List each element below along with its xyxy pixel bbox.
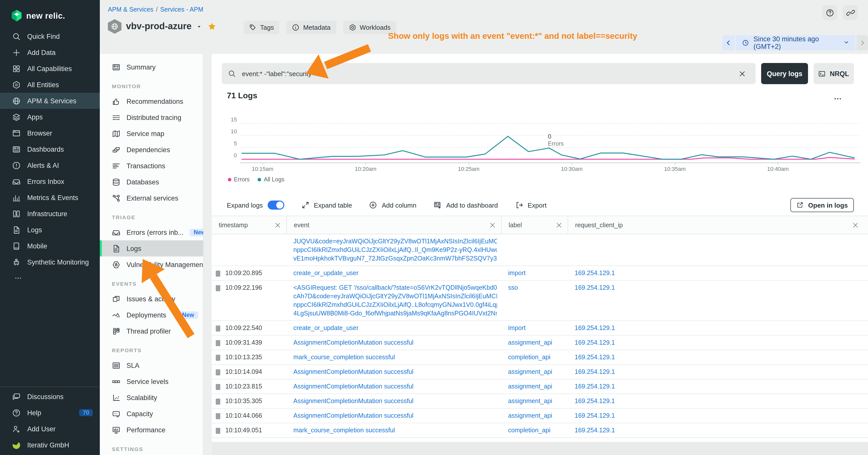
query-bar[interactable] [222, 63, 756, 84]
entity-nav-item-sla[interactable]: SLA [100, 357, 203, 373]
add-to-dashboard-button[interactable]: Add to dashboard [434, 201, 498, 209]
time-forward-button[interactable] [857, 35, 868, 51]
entity-nav-item-issues-activity[interactable]: Issues & activity [100, 291, 203, 307]
ip-link[interactable]: 169.254.129.1 [575, 269, 615, 277]
entity-nav-item-databases[interactable]: Databases [100, 174, 203, 190]
event-link[interactable]: JUQVU&code=eyJraWQiOiJjcGltY29yZV8wOTl1M… [293, 237, 497, 246]
row-handle-icon[interactable] [216, 369, 220, 375]
row-handle-icon[interactable] [216, 427, 220, 433]
table-row[interactable]: 10:09:31.439AssignmentCompletionMutation… [212, 335, 868, 350]
table-row[interactable]: 10:10:23.815AssignmentCompletionMutation… [212, 380, 868, 394]
export-button[interactable]: Export [515, 201, 547, 209]
label-link[interactable]: assignment_api [508, 368, 552, 376]
table-row[interactable]: JUQVU&code=eyJraWQiOiJjcGltY29yZV8wOTl1M… [212, 234, 868, 266]
sidebar-more-button[interactable] [0, 270, 100, 284]
query-logs-button[interactable]: Query logs [762, 63, 808, 84]
entity-nav-item-recommendations[interactable]: Recommendations [100, 93, 203, 109]
row-handle-icon[interactable] [216, 413, 220, 419]
ip-link[interactable]: 169.254.129.1 [575, 412, 615, 419]
label-link[interactable]: assignment_api [508, 412, 552, 419]
entity-nav-item-thread-profiler[interactable]: Thread profiler [100, 323, 203, 339]
remove-column-timestamp-icon[interactable] [274, 222, 281, 228]
table-row[interactable]: 10:10:13.235mark_course_completion succe… [212, 350, 868, 365]
time-range-button[interactable]: Since 30 minutes ago (GMT+2) [736, 35, 856, 51]
sidebar-item-all-entities[interactable]: All Entities [0, 76, 100, 93]
sidebar-item-alerts-ai[interactable]: Alerts & AI [0, 157, 100, 173]
sidebar-item-all-capabilities[interactable]: All Capabilities [0, 61, 100, 76]
label-link[interactable]: completion_api [508, 427, 551, 434]
sidebar-item-apm-services[interactable]: APM & Services [0, 93, 100, 109]
table-row[interactable]: 10:09:20.895create_or_update_userimport1… [212, 266, 868, 281]
panel-menu-button[interactable] [833, 94, 844, 102]
legend-item-all-logs[interactable]: All Logs [258, 176, 284, 183]
favorite-star-icon[interactable] [208, 22, 216, 31]
row-handle-icon[interactable] [216, 270, 220, 277]
copy-link-button[interactable] [843, 5, 858, 20]
row-handle-icon[interactable] [216, 384, 220, 390]
entity-nav-item-service-map[interactable]: Service map [100, 126, 203, 141]
event-link[interactable]: vE1moHpkhokTVBvguN7_72JtGzGsqxZpn2OaKc3n… [293, 255, 497, 263]
entity-nav-item-capacity[interactable]: Capacity [100, 405, 203, 422]
entity-name[interactable]: vbv-prod-azure [126, 21, 191, 32]
ip-link[interactable]: 169.254.129.1 [575, 354, 615, 361]
event-link[interactable]: create_or_update_user [293, 269, 497, 278]
entity-nav-item-distributed-tracing[interactable]: Distributed tracing [100, 109, 203, 126]
label-link[interactable]: sso [508, 284, 518, 291]
entity-nav-item-vulnerability-management[interactable]: Vulnerability Management [100, 257, 203, 272]
sidebar-item-errors-inbox[interactable]: Errors Inbox [0, 173, 100, 190]
sidebar-item-quick-find[interactable]: Quick Find [0, 28, 100, 44]
event-link[interactable]: mark_course_completion successful [293, 426, 497, 435]
entity-nav-item-dependencies[interactable]: Dependencies [100, 141, 203, 158]
sidebar-item-infrastructure[interactable]: Infrastructure [0, 205, 100, 222]
add-column-button[interactable]: Add column [369, 201, 416, 209]
table-row[interactable]: 10:10:14.094AssignmentCompletionMutation… [212, 365, 868, 380]
clear-query-button[interactable] [735, 66, 750, 81]
event-link[interactable]: AssignmentCompletionMutation successful [293, 397, 497, 405]
toggle-on-icon[interactable] [268, 200, 284, 209]
sidebar-item-dashboards[interactable]: Dashboards [0, 141, 100, 157]
help-button[interactable] [822, 5, 837, 20]
time-back-button[interactable] [722, 35, 735, 51]
event-link[interactable]: <ASGIRequest: GET '/sso/callback/?state=… [293, 284, 497, 292]
event-link[interactable]: AssignmentCompletionMutation successful [293, 368, 497, 377]
sidebar-item-logs[interactable]: Logs [0, 222, 100, 238]
event-link[interactable]: AssignmentCompletionMutation successful [293, 338, 497, 347]
ip-link[interactable]: 169.254.129.1 [575, 339, 615, 346]
entity-nav-item-errors-errors-inb[interactable]: Errors (errors inb...New [100, 224, 203, 240]
legend-item-errors[interactable]: Errors [228, 176, 250, 183]
entity-nav-item-transactions[interactable]: Transactions [100, 158, 203, 174]
event-link[interactable]: AssignmentCompletionMutation successful [293, 412, 497, 420]
ip-link[interactable]: 169.254.129.1 [575, 383, 615, 390]
remove-column-event-icon[interactable] [489, 222, 496, 228]
table-row[interactable]: 10:10:49.051mark_course_completion succe… [212, 423, 868, 438]
remove-column-label-icon[interactable] [556, 222, 562, 228]
entity-nav-item-scalability[interactable]: Scalability [100, 390, 203, 405]
breadcrumb-link-services[interactable]: Services - APM [160, 6, 204, 13]
ip-link[interactable]: 169.254.129.1 [575, 427, 615, 434]
sidebar-footer-iterativ-gmbh[interactable]: Iterativ GmbH [0, 437, 100, 453]
label-link[interactable]: import [508, 325, 526, 331]
event-link[interactable]: nppcCI6IkRlZmxhdGUiLCJzZXIiOilxLjAifQ..I… [293, 246, 497, 255]
sidebar-item-synthetic-monitoring[interactable]: Synthetic Monitoring [0, 254, 100, 270]
ip-link[interactable]: 169.254.129.1 [575, 368, 615, 376]
sidebar-item-mobile[interactable]: Mobile [0, 238, 100, 254]
breadcrumb-link-apm[interactable]: APM & Services [108, 6, 154, 13]
label-link[interactable]: assignment_api [508, 397, 552, 404]
event-link[interactable]: cAh7D&code=eyJraWQiOiJjcGltY29yZV8wOTl1M… [293, 292, 497, 301]
event-link[interactable]: AssignmentCompletionMutation successful [293, 383, 497, 391]
event-link[interactable]: nppcCI6IkRlZmxhdGUiLCJzZXIiOilxLjAifQ..L… [293, 301, 497, 310]
entity-nav-item-external-services[interactable]: External services [100, 190, 203, 206]
sidebar-footer-help[interactable]: Help70 [0, 404, 100, 421]
sidebar-item-add-data[interactable]: Add Data [0, 44, 100, 61]
entity-nav-item-summary[interactable]: Summary [100, 59, 203, 75]
label-link[interactable]: completion_api [508, 354, 551, 361]
row-handle-icon[interactable] [216, 398, 220, 404]
ip-link[interactable]: 169.254.129.1 [575, 284, 615, 291]
table-row[interactable]: 10:11:00.311AssignmentCompletionMutation… [212, 438, 868, 442]
nrql-button[interactable]: NRQL [813, 63, 854, 84]
expand-logs-toggle[interactable]: Expand logs [227, 200, 284, 209]
table-row[interactable]: 10:10:44.066AssignmentCompletionMutation… [212, 409, 868, 423]
table-row[interactable]: 10:09:22.540create_or_update_userimport1… [212, 321, 868, 335]
event-link[interactable]: 4LgSjsuUW8B0Mi8-Gdo_f6ofWhjpatNs9jaMs9qK… [293, 310, 497, 318]
event-link[interactable]: create_or_update_user [293, 324, 497, 332]
